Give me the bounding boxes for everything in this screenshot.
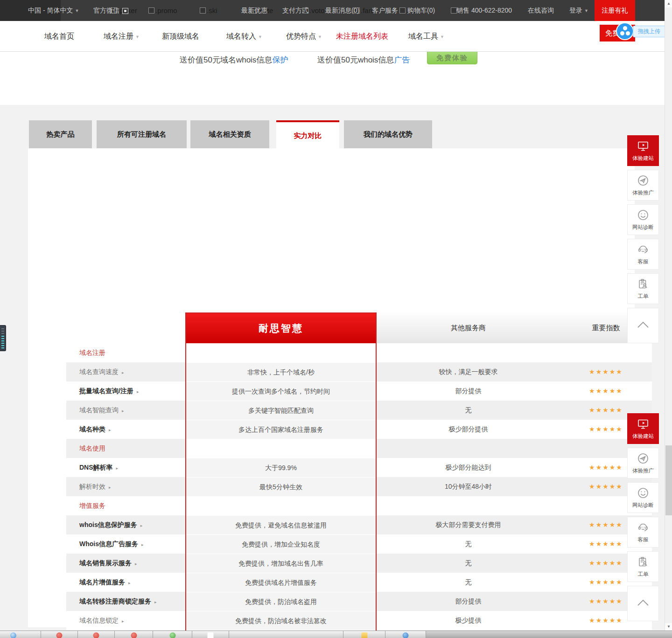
widget-item-experience-site-building[interactable]: 体验建站 — [627, 413, 659, 444]
widget-item-label: 网站诊断 — [628, 224, 658, 231]
vertical-scrollbar[interactable]: ▲ ▼ — [665, 0, 672, 631]
feature-label[interactable]: 批量域名查询/注册▸ — [66, 381, 185, 401]
other-provider-value: 极少部分提供 — [377, 420, 560, 439]
promo-link-protect[interactable]: 保护 — [272, 55, 288, 64]
widget-item-website-diagnosis[interactable]: 网站诊断 — [627, 482, 659, 513]
feature-label[interactable]: Whois信息广告服务▸ — [66, 534, 185, 554]
share-icon[interactable] — [616, 22, 634, 40]
taskbar-button-red-circle[interactable] — [78, 631, 115, 638]
nav-item-domain-home[interactable]: 域名首页 — [44, 21, 74, 51]
widget-item-customer-service[interactable]: 客服 — [627, 517, 659, 548]
promo-link-ad[interactable]: 广告 — [394, 55, 410, 64]
row-arrow-icon: ▸ — [137, 389, 139, 394]
feature-label[interactable]: 解析时效▸ — [66, 477, 185, 496]
nav-item-advantages[interactable]: 优势特点▼ — [286, 21, 322, 51]
feature-label[interactable]: 域名片增值服务▸ — [66, 573, 185, 592]
nav-item-domain-tools[interactable]: 域名工具▼ — [408, 21, 444, 51]
content-card: 其他服务商 重要指数 域名注册域名查询速度▸较快，满足一般要求★★★★★批量域名… — [28, 148, 635, 627]
widget-item-work-order[interactable]: 工单 — [627, 273, 659, 304]
smiley-icon — [637, 209, 649, 222]
widget-item-experience-site-building[interactable]: 体验建站 — [627, 135, 659, 166]
nav-item-unregistered-domain-list[interactable]: 未注册域名列表 — [336, 21, 388, 51]
taskbar-button-green-circle[interactable] — [153, 631, 192, 638]
widget-item-back-to-top[interactable] — [627, 586, 659, 621]
monitor-icon — [637, 418, 649, 431]
topbar-item-payment-methods[interactable]: 支付方式 — [282, 0, 308, 21]
taskbar-button-yellow-folder[interactable] — [343, 631, 385, 638]
other-provider-value: 无 — [377, 401, 560, 420]
topbar-item-sales-phone[interactable]: 销售 400-622-8200 — [456, 0, 512, 21]
taskbar-button-white-page[interactable] — [192, 631, 229, 638]
widget-item-work-order[interactable]: 工单 — [627, 551, 659, 582]
nav-item-domain-transfer-in[interactable]: 域名转入▼ — [226, 21, 262, 51]
feature-label[interactable]: 域名查询速度▸ — [66, 362, 185, 381]
brand-value: 大于99.9% — [186, 458, 376, 477]
nav-item-new-tld[interactable]: 新顶级域名 — [162, 21, 199, 51]
widget-item-label: 体验建站 — [628, 433, 658, 440]
chevron-up-icon — [636, 320, 650, 333]
topbar-item-shopping-cart[interactable]: 购物车(0) — [407, 0, 435, 21]
smiley-icon — [637, 487, 649, 500]
other-provider-value: 极少提供 — [377, 611, 560, 630]
feature-label[interactable]: DNS解析率▸ — [66, 458, 185, 477]
widget-item-label: 工单 — [628, 571, 658, 578]
drag-upload-button[interactable]: 拖拽上传 — [633, 26, 665, 37]
tab-strength-comparison[interactable]: 实力对比 — [276, 120, 339, 148]
tab-all-registrable-domains[interactable]: 所有可注册域名 — [97, 120, 187, 148]
promo-line-2: 送价值50元whois信息广告 — [317, 55, 410, 65]
row-arrow-icon: ▸ — [109, 428, 111, 432]
brand-value: 免费提供，避免域名信息被滥用 — [186, 515, 376, 534]
scrollbar-thumb[interactable] — [665, 445, 672, 515]
clipboard-icon — [637, 556, 649, 569]
checkbox-icon[interactable] — [399, 7, 406, 14]
topbar-item-online-consult[interactable]: 在线咨询 — [528, 0, 554, 21]
tab-our-domain-advantages[interactable]: 我们的域名优势 — [344, 120, 432, 148]
topbar-item-latest-offers[interactable]: 最新优惠 — [241, 0, 267, 21]
feature-label[interactable]: whois信息保护服务▸ — [66, 515, 185, 534]
checkbox-icon[interactable] — [200, 7, 206, 14]
taskbar-tray-area[interactable] — [426, 631, 672, 638]
red-circle-icon — [93, 632, 99, 638]
topbar-item-login[interactable]: 登录▼ — [569, 0, 588, 21]
row-arrow-icon: ▸ — [140, 523, 143, 528]
scroll-up-arrow[interactable]: ▲ — [665, 0, 672, 7]
topbar-item-customer-service[interactable]: 客户服务 — [372, 0, 398, 21]
widget-item-back-to-top[interactable] — [627, 308, 659, 343]
other-provider-value: 极少部分能达到 — [377, 458, 560, 477]
feature-label[interactable]: 域名智能查询▸ — [66, 401, 185, 420]
row-arrow-icon: ▸ — [154, 600, 157, 604]
widget-item-customer-service[interactable]: 客服 — [627, 239, 659, 270]
other-provider-value: 较快，满足一般要求 — [377, 362, 560, 381]
widget-item-experience-promotion[interactable]: 体验推广 — [627, 448, 659, 478]
feature-label[interactable]: 域名销售展示服务▸ — [66, 554, 185, 573]
row-arrow-icon: ▸ — [122, 619, 124, 624]
other-provider-value: 10分钟至48小时 — [377, 477, 560, 496]
taskbar-button-red-circle[interactable] — [115, 631, 153, 638]
nav-item-domain-register[interactable]: 域名注册▼ — [104, 21, 140, 51]
scroll-down-arrow[interactable]: ▼ — [665, 623, 672, 631]
feature-label[interactable]: 域名转移注册商锁定服务▸ — [66, 592, 185, 611]
other-provider-value: 无 — [377, 573, 560, 592]
checkbox-icon[interactable] — [148, 7, 154, 14]
monitor-icon — [637, 140, 649, 153]
taskbar-button[interactable] — [229, 631, 343, 638]
taskbar-button-blue-circle[interactable] — [385, 631, 426, 638]
docked-panel-icon[interactable] — [0, 325, 6, 351]
register-gift-button[interactable]: 注册有礼 — [595, 0, 635, 21]
tab-domain-credentials[interactable]: 域名相关资质 — [190, 120, 269, 148]
row-arrow-icon: ▸ — [116, 466, 119, 471]
brand-value: 免费提供，增加企业知名度 — [186, 534, 376, 554]
taskbar-button-start-orb[interactable] — [0, 631, 41, 638]
promo-text-2: 送价值50元whois信息 — [317, 55, 394, 64]
topbar-item-official-wechat[interactable]: 官方微信 — [93, 0, 128, 21]
tab-hot-products[interactable]: 热卖产品 — [29, 120, 92, 148]
widget-item-experience-promotion[interactable]: 体验推广 — [627, 170, 659, 201]
feature-label[interactable]: 域名种类▸ — [66, 420, 185, 439]
widget-item-website-diagnosis[interactable]: 网站诊断 — [627, 204, 659, 235]
topbar-item-latest-messages[interactable]: 最新消息(0) — [325, 0, 359, 21]
widget-item-label: 客服 — [628, 536, 658, 543]
taskbar-button-red-circle[interactable] — [41, 631, 78, 638]
topbar-item-region-language[interactable]: 中国 - 简体中文▼ — [28, 0, 79, 21]
topbar: .poker.promo.ski.note.voto.fans.cc 中国 - … — [0, 0, 672, 21]
feature-label[interactable]: 域名信息锁定▸ — [66, 611, 185, 630]
